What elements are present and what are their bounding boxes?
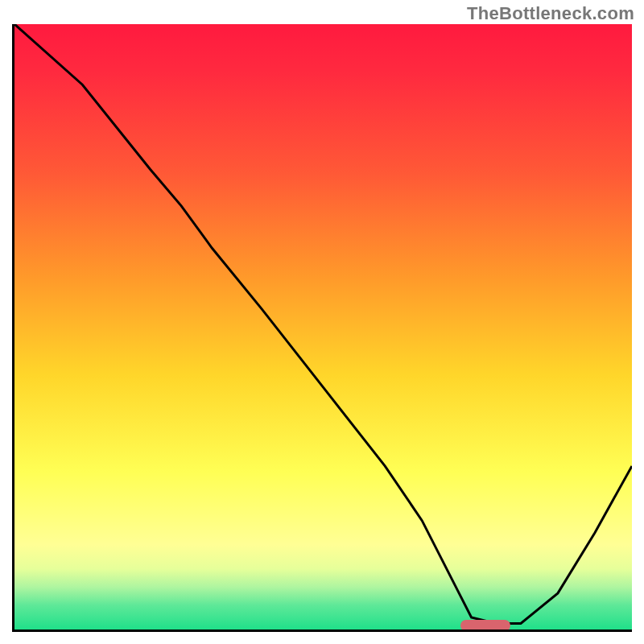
chart-curve: [14, 24, 632, 630]
bottleneck-curve-path: [14, 24, 632, 624]
chart-frame: [12, 24, 632, 632]
optimal-zone-marker: [460, 620, 510, 631]
watermark-text: TheBottleneck.com: [467, 3, 634, 24]
